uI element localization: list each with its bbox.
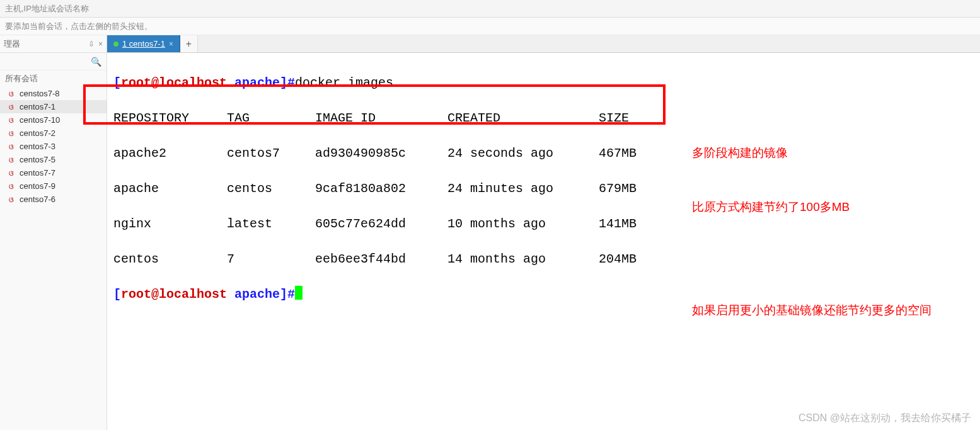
session-label: centos7-10 (20, 115, 60, 125)
session-icon: ଓ (9, 116, 16, 124)
session-manager-sidebar: 理器 ⇩ × 🔍 所有会话 ଓcenstos7-8 ଓcentos7-1 ଓce… (0, 35, 107, 430)
col-size: SIZE (599, 110, 662, 127)
tab-add-button[interactable]: + (180, 35, 198, 52)
session-icon: ଓ (9, 196, 16, 203)
session-list: ଓcenstos7-8 ଓcentos7-1 ଓcentos7-10 ଓcent… (0, 87, 107, 206)
session-label: centos7-9 (20, 181, 55, 191)
session-item[interactable]: ଓcentos7-10 (0, 113, 107, 127)
tab-bar: 1 centos7-1 × + (107, 35, 980, 53)
col-created: CREATED (447, 110, 599, 127)
annotation-text: 多阶段构建的镜像 比原方式构建节约了100多MB 如果启用更小的基础镜像还能节约… (692, 108, 957, 356)
prompt-path: apache (227, 286, 280, 303)
annotation-line: 如果启用更小的基础镜像还能节约更多的空间 (692, 302, 957, 320)
session-icon: ଓ (9, 130, 16, 137)
prompt-bracket: ]# (280, 286, 295, 303)
session-label: centos7-1 (20, 102, 55, 111)
col-imgid: IMAGE ID (315, 110, 447, 127)
session-item[interactable]: ଓcentos7-7 (0, 166, 107, 179)
col-tag: TAG (227, 110, 315, 127)
tab-label: 1 centos7-1 (122, 39, 165, 48)
pin-icon[interactable]: ⇩ (88, 40, 95, 48)
session-label: centos7-3 (20, 142, 55, 151)
prompt-path: apache (227, 74, 280, 92)
sidebar-header: 理器 ⇩ × (0, 35, 107, 53)
tab-close-icon[interactable]: × (169, 40, 173, 48)
session-item[interactable]: ଓcentos7-1 (0, 100, 107, 113)
annotation-line: 多阶段构建的镜像 (692, 144, 957, 162)
status-dot-icon (113, 42, 118, 47)
session-label: centos7-2 (20, 128, 55, 138)
session-item[interactable]: ଓcenstos7-8 (0, 87, 107, 100)
prompt-user: root@localhost (121, 286, 227, 303)
search-icon[interactable]: 🔍 (91, 57, 101, 67)
session-item[interactable]: ଓcentso7-6 (0, 193, 107, 206)
session-item[interactable]: ଓcentos7-5 (0, 153, 107, 166)
watermark: CSDN @站在这别动，我去给你买橘子 (798, 412, 971, 425)
session-label: centso7-6 (20, 195, 55, 204)
session-icon: ଓ (9, 143, 16, 150)
prompt-bracket: ]# (280, 74, 295, 92)
session-icon: ଓ (9, 103, 16, 111)
command-text: docker images (295, 74, 393, 92)
col-repo: REPOSITORY (113, 110, 227, 127)
sidebar-title: 理器 (4, 38, 20, 50)
session-icon: ଓ (9, 169, 16, 177)
session-item[interactable]: ଓcentos7-9 (0, 179, 107, 193)
sessions-root-label[interactable]: 所有会话 (0, 71, 107, 87)
session-icon: ଓ (9, 90, 16, 98)
session-icon: ଓ (9, 156, 16, 164)
hint-bar: 要添加当前会话，点击左侧的箭头按钮。 (0, 18, 980, 35)
terminal[interactable]: [root@localhost apache]#docker images RE… (107, 53, 980, 430)
address-bar[interactable]: 主机,IP地址或会话名称 (0, 0, 980, 18)
close-icon[interactable]: × (98, 40, 103, 48)
session-item[interactable]: ଓcentos7-3 (0, 140, 107, 153)
address-placeholder: 主机,IP地址或会话名称 (5, 4, 89, 13)
prompt-bracket: [ (113, 286, 121, 303)
session-icon: ଓ (9, 183, 16, 190)
session-label: censtos7-8 (20, 89, 60, 98)
session-item[interactable]: ଓcentos7-2 (0, 127, 107, 140)
cursor-icon (295, 286, 303, 300)
content-area: 1 centos7-1 × + [root@localhost apache]#… (107, 35, 980, 430)
session-label: centos7-7 (20, 168, 55, 178)
hint-text: 要添加当前会话，点击左侧的箭头按钮。 (5, 21, 153, 31)
prompt-bracket: [ (113, 74, 121, 92)
prompt-user: root@localhost (121, 74, 227, 92)
tab-session[interactable]: 1 centos7-1 × (107, 35, 180, 52)
session-label: centos7-5 (20, 155, 55, 164)
annotation-line: 比原方式构建节约了100多MB (692, 198, 957, 217)
sidebar-search[interactable]: 🔍 (0, 53, 107, 71)
